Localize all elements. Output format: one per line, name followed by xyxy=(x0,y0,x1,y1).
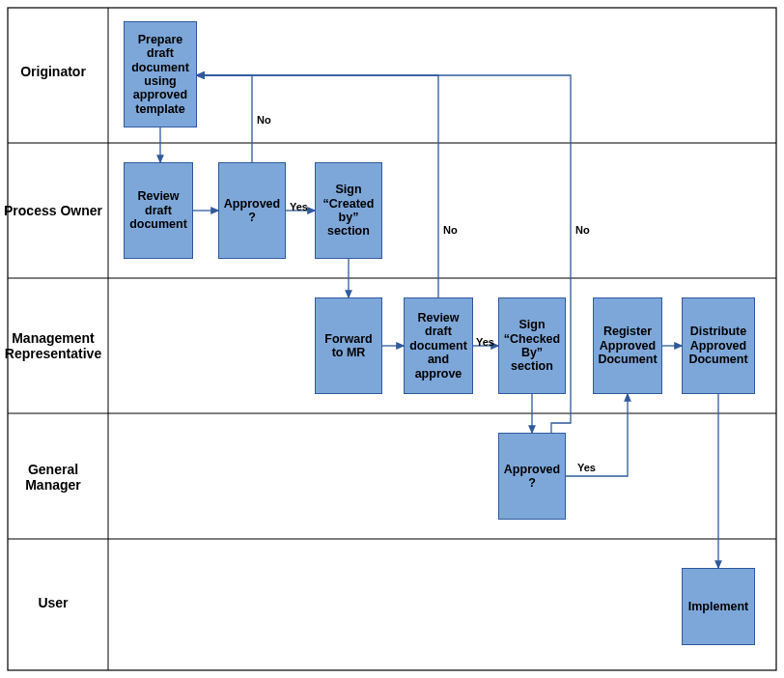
edge-label-no-3: No xyxy=(575,224,590,236)
flow-overlay xyxy=(0,0,784,678)
lane-label-general-manager: General Manager xyxy=(0,462,106,493)
node-register-doc: Register Approved Document xyxy=(593,297,662,394)
edge-label-yes-2: Yes xyxy=(476,336,494,348)
lane-label-mgmt-rep: Management Representative xyxy=(0,330,106,361)
node-review-draft-2: Review draft document and approve xyxy=(404,297,473,394)
node-approved-2: Approved ? xyxy=(498,433,566,520)
swimlane-diagram: Originator Process Owner Management Repr… xyxy=(0,0,784,678)
node-sign-checked: Sign “Checked By” section xyxy=(498,297,566,394)
lane-label-originator: Originator xyxy=(0,64,106,79)
edge-label-yes-3: Yes xyxy=(577,462,596,473)
node-forward-to-mr: Forward to MR xyxy=(315,297,382,394)
edge-label-yes-1: Yes xyxy=(290,201,308,212)
node-sign-created: Sign “Created by” section xyxy=(315,162,382,259)
node-implement: Implement xyxy=(682,568,755,645)
lane-label-process-owner: Process Owner xyxy=(0,203,106,218)
node-distribute-doc: Distribute Approved Document xyxy=(682,297,755,394)
node-review-draft-1: Review draft document xyxy=(124,162,193,259)
node-approved-1: Approved ? xyxy=(218,162,286,259)
edge-label-no-1: No xyxy=(257,114,271,126)
lane-label-user: User xyxy=(0,595,106,610)
edge-label-no-2: No xyxy=(443,224,458,236)
node-prepare-draft: Prepare draft document using approved te… xyxy=(124,21,197,127)
